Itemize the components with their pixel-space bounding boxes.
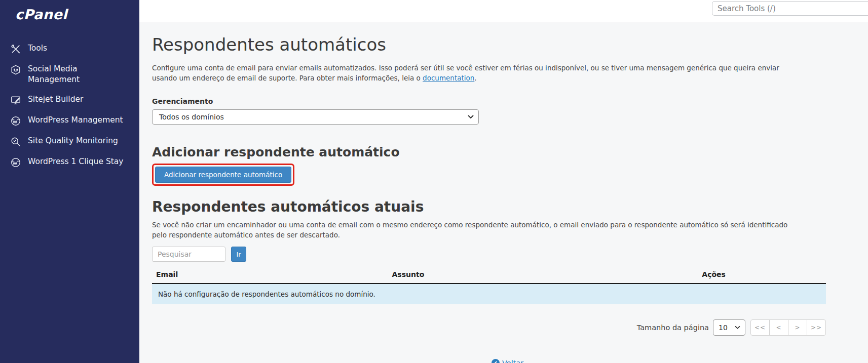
go-button[interactable]: Ir bbox=[231, 247, 246, 262]
site-quality-icon bbox=[10, 136, 21, 147]
topbar bbox=[139, 0, 868, 22]
table-empty-row: Não há configuração de respondentes auto… bbox=[152, 284, 826, 304]
pager-button-group: << < > >> bbox=[750, 319, 826, 336]
sidebar-item-sitejet[interactable]: Sitejet Builder bbox=[0, 90, 139, 110]
tools-icon bbox=[10, 44, 21, 55]
sitejet-icon bbox=[10, 95, 21, 106]
page-size-value: 10 bbox=[719, 324, 728, 332]
first-page-button[interactable]: << bbox=[750, 319, 770, 336]
management-label: Gerenciamento bbox=[152, 97, 839, 105]
empty-message: Não há configuração de respondentes auto… bbox=[152, 284, 826, 304]
table-header-row: Email Assunto Ações bbox=[152, 268, 826, 284]
main-content: Respondentes automáticos Configure uma c… bbox=[139, 22, 868, 363]
sidebar-item-label: WordPress Management bbox=[28, 115, 123, 126]
page-size-label: Tamanho da página bbox=[637, 324, 709, 332]
table-search-input[interactable] bbox=[152, 247, 225, 262]
domain-select-value: Todos os domínios bbox=[159, 113, 224, 121]
chevron-down-icon bbox=[735, 326, 740, 330]
red-highlight-annotation: Adicionar respondente automático bbox=[152, 164, 294, 186]
sidebar-item-social-media[interactable]: Social Media Management bbox=[0, 59, 139, 90]
cpanel-logo: cPanel bbox=[0, 0, 139, 22]
sidebar-item-label: Site Quality Monitoring bbox=[28, 136, 118, 146]
sidebar-item-wordpress-1-clique[interactable]: WordPress 1 Clique Stay bbox=[0, 152, 139, 173]
sidebar-item-tools[interactable]: Tools bbox=[0, 38, 139, 59]
chevron-down-icon bbox=[468, 115, 474, 119]
column-header-email: Email bbox=[152, 268, 388, 284]
column-header-assunto: Assunto bbox=[388, 268, 698, 284]
sidebar-item-label: Social Media Management bbox=[28, 64, 131, 85]
back-link[interactable]: Voltar bbox=[492, 359, 523, 363]
documentation-link[interactable]: documentation bbox=[423, 74, 474, 82]
table-search-row: Ir bbox=[152, 247, 839, 262]
current-autoresponders-description: Se você não criar um encaminhador ou uma… bbox=[152, 220, 793, 240]
sidebar-item-label: Sitejet Builder bbox=[28, 94, 83, 105]
wordpress-icon bbox=[10, 115, 21, 127]
page-size-select[interactable]: 10 bbox=[713, 319, 745, 336]
pagination: Tamanho da página 10 << < > >> bbox=[152, 319, 826, 336]
domain-select[interactable]: Todos os domínios bbox=[152, 109, 479, 125]
sidebar-item-label: Tools bbox=[28, 43, 47, 54]
next-page-button[interactable]: > bbox=[788, 319, 807, 336]
previous-page-button[interactable]: < bbox=[769, 319, 788, 336]
page-title: Respondentes automáticos bbox=[152, 34, 839, 55]
last-page-button[interactable]: >> bbox=[807, 319, 826, 336]
column-header-acoes: Ações bbox=[698, 268, 826, 284]
intro-text: Configure uma conta de email para enviar… bbox=[152, 63, 806, 84]
sidebar-nav: Tools Social Media Management bbox=[0, 38, 139, 173]
autoresponders-table: Email Assunto Ações Não há configuração … bbox=[152, 268, 826, 304]
search-tools-input[interactable] bbox=[712, 1, 868, 16]
social-media-icon bbox=[10, 64, 21, 75]
back-link-label: Voltar bbox=[502, 359, 523, 363]
sidebar: cPanel Tools Soc bbox=[0, 0, 139, 363]
current-autoresponders-heading: Respondentes automáticos atuais bbox=[152, 198, 839, 215]
sidebar-item-label: WordPress 1 Clique Stay bbox=[28, 156, 124, 167]
back-arrow-icon bbox=[492, 359, 500, 363]
sidebar-item-wordpress-management[interactable]: WordPress Management bbox=[0, 110, 139, 131]
wordpress-icon bbox=[10, 157, 21, 168]
sidebar-item-site-quality[interactable]: Site Quality Monitoring bbox=[0, 131, 139, 152]
add-autoresponder-heading: Adicionar respondente automático bbox=[152, 145, 839, 159]
intro-text-suffix: . bbox=[474, 74, 476, 82]
add-autoresponder-button[interactable]: Adicionar respondente automático bbox=[155, 167, 291, 183]
